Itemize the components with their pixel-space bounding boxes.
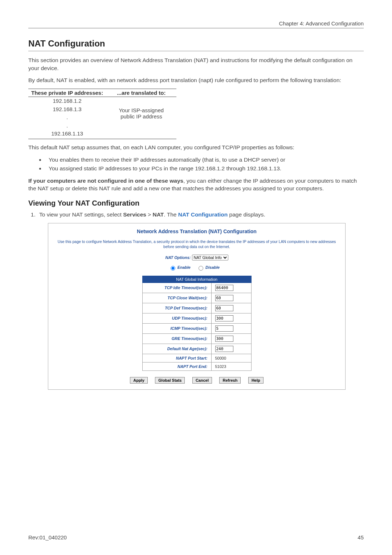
table-row: NAPT Port End:51023 — [142, 362, 251, 370]
tcp-close-input[interactable] — [215, 295, 233, 301]
if-not-configured: If your computers are not configured in … — [28, 177, 364, 193]
ip-mapping-table: These private IP addresses: ...are trans… — [28, 89, 176, 139]
nat-options-select[interactable]: NAT Global Info — [192, 255, 228, 260]
ss-title: Network Address Translation (NAT) Config… — [52, 228, 342, 234]
ip-dot1: . — [31, 113, 103, 122]
step1-c: > — [146, 211, 153, 218]
step1-b: Services — [123, 211, 146, 218]
bullet-2: You assigned static IP addresses to your… — [45, 164, 364, 173]
table-row: UDP Timeout(sec): — [142, 313, 251, 323]
enable-radio[interactable] — [171, 266, 175, 271]
help-button[interactable]: Help — [248, 377, 264, 384]
disable-radio[interactable] — [199, 266, 203, 271]
bullet-1: You enables them to receive their IP add… — [45, 155, 364, 164]
refresh-button[interactable]: Refresh — [219, 377, 241, 384]
nat-options-row: NAT Options: NAT Global Info — [52, 255, 342, 260]
after-table-p: This default NAT setup assumes that, on … — [28, 143, 364, 151]
step-1: To view your NAT settings, select Servic… — [37, 210, 364, 219]
row-k-1: TCP Close Wait(sec): — [142, 293, 211, 303]
ip-last: 192.168.1.13 — [28, 130, 114, 139]
ip-table-h1: These private IP addresses: — [28, 89, 114, 97]
nat-table-header: NAT Global Information — [142, 276, 251, 283]
step1-d: NAT — [153, 211, 164, 218]
translated-1: Your ISP-assigned — [117, 107, 166, 113]
ip-1: 192.168.1.2 — [31, 97, 103, 105]
intro-p2: By default, NAT is enabled, with an netw… — [28, 76, 364, 84]
row-k-6: Default Nat Age(sec): — [142, 344, 211, 354]
page-footer: Rev:01_040220 45 — [28, 534, 364, 540]
enable-text: Enable — [177, 265, 191, 270]
apply-button[interactable]: Apply — [130, 377, 148, 384]
section-title: NAT Configuration — [28, 39, 364, 49]
footer-rev: Rev:01_040220 — [28, 534, 67, 540]
table-row: TCP Close Wait(sec): — [142, 293, 251, 303]
table-row: TCP Idle Timeout(sec): — [142, 283, 251, 293]
step1-g: page displays. — [228, 211, 265, 218]
empty-cell — [114, 130, 176, 139]
nat-global-table: NAT Global Information TCP Idle Timeout(… — [142, 276, 252, 371]
ip-2: 192.168.1.3 — [31, 105, 103, 114]
tcp-def-input[interactable] — [215, 305, 233, 311]
default-nat-input[interactable] — [215, 346, 233, 352]
ip-list-cell: 192.168.1.2 192.168.1.3 . . — [28, 97, 114, 130]
step1-f: NAT Configuration — [178, 211, 228, 218]
table-row: GRE Timeout(sec): — [142, 333, 251, 344]
if-not-lead: If your computers are not configured in … — [28, 178, 183, 184]
steps-list: To view your NAT settings, select Servic… — [28, 210, 364, 219]
row-k-7: NAPT Port Start: — [142, 354, 211, 362]
intro-p1: This section provides an overview of Net… — [28, 56, 364, 72]
napt-end-value: 51023 — [211, 362, 251, 370]
button-row: Apply Global Stats Cancel Refresh Help — [52, 377, 342, 384]
table-row: ICMP Timeout(sec): — [142, 323, 251, 333]
section-rule — [28, 51, 364, 51]
ip-table-h2: ...are translated to: — [114, 89, 176, 97]
napt-start-value: 50000 — [211, 354, 251, 362]
translated-cell: Your ISP-assigned public IP address — [114, 97, 176, 130]
row-k-2: TCP Def Timeout(sec): — [142, 303, 211, 313]
row-k-0: TCP Idle Timeout(sec): — [142, 283, 211, 293]
enable-label[interactable]: Enable — [169, 265, 191, 270]
disable-text: Disable — [205, 265, 220, 270]
row-k-5: GRE Timeout(sec): — [142, 333, 211, 344]
step1-a: To view your NAT settings, select — [39, 211, 123, 218]
enable-disable-row: Enable Disable — [52, 265, 342, 271]
table-row: Default Nat Age(sec): — [142, 344, 251, 354]
chapter-header: Chapter 4: Advanced Configuration — [28, 20, 364, 28]
row-k-8: NAPT Port End: — [142, 362, 211, 370]
gre-input[interactable] — [215, 336, 233, 342]
udp-input[interactable] — [215, 315, 233, 321]
global-stats-button[interactable]: Global Stats — [155, 377, 185, 384]
nat-config-screenshot: Network Address Translation (NAT) Config… — [48, 223, 346, 389]
row-k-3: UDP Timeout(sec): — [142, 313, 211, 323]
ip-dot2: . — [31, 122, 103, 130]
step1-e: . The — [164, 211, 178, 218]
subsection-title: Viewing Your NAT Configuration — [28, 199, 364, 207]
nat-options-label: NAT Options: — [165, 255, 191, 260]
table-row: TCP Def Timeout(sec): — [142, 303, 251, 313]
row-k-4: ICMP Timeout(sec): — [142, 323, 211, 333]
footer-page: 45 — [358, 534, 364, 540]
ss-desc: Use this page to configure Network Addre… — [52, 239, 342, 249]
table-row: NAPT Port Start:50000 — [142, 354, 251, 362]
icmp-input[interactable] — [215, 325, 233, 332]
translated-2: public IP address — [117, 113, 166, 119]
disable-label[interactable]: Disable — [197, 265, 220, 270]
tcp-idle-input[interactable] — [215, 285, 233, 291]
cancel-button[interactable]: Cancel — [192, 377, 212, 384]
bullet-list: You enables them to receive their IP add… — [28, 155, 364, 173]
